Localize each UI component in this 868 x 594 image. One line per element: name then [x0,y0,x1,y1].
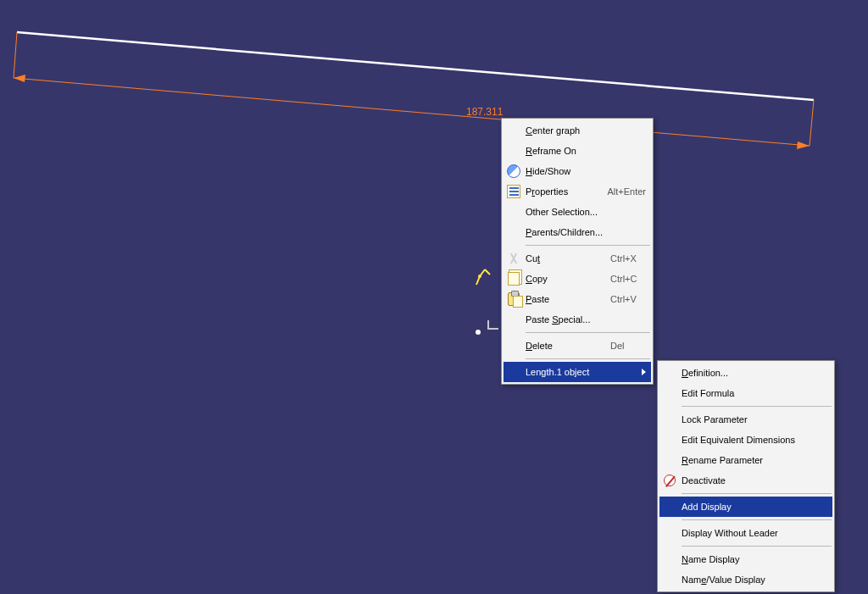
deactivate-icon [661,472,678,489]
blank-icon [505,122,522,139]
submenu-edit-formula[interactable]: Edit Formula [659,383,832,403]
svg-marker-5 [797,142,810,149]
svg-point-6 [478,275,481,278]
svg-line-2 [810,100,814,146]
menu-copy[interactable]: Copy Ctrl+C [504,269,651,289]
menu-separator [526,245,650,246]
blank-icon [661,385,678,402]
menu-hide-show[interactable]: Hide/Show [504,161,651,181]
copy-icon [505,270,522,287]
blank-icon [505,337,522,354]
blank-icon [661,551,678,568]
blank-icon [505,142,522,159]
menu-delete[interactable]: Delete Del [504,336,651,356]
menu-length-object[interactable]: Length.1 object [504,362,651,382]
menu-center-graph[interactable]: Center graph [504,120,651,141]
submenu-lock-parameter[interactable]: Lock Parameter [659,409,832,430]
menu-reframe-on[interactable]: Reframe On [504,141,651,161]
submenu-add-display[interactable]: Add Display [659,497,832,517]
svg-line-0 [17,32,814,100]
submenu-edit-equivalent-dimensions[interactable]: Edit Equivalent Dimensions [659,430,832,450]
blank-icon [505,203,522,220]
menu-separator [682,406,832,407]
blank-icon [661,525,678,541]
properties-icon [505,183,522,200]
shortcut-text: Del [595,341,646,351]
blank-icon [505,224,522,241]
submenu-name-value-display[interactable]: Name/Value Display [659,569,832,590]
blank-icon [661,411,678,428]
menu-separator [682,493,832,494]
submenu-rename-parameter[interactable]: Rename Parameter [659,450,832,470]
menu-other-selection[interactable]: Other Selection... [504,202,651,222]
blank-icon [505,364,522,380]
blank-icon [661,431,678,448]
menu-parents-children[interactable]: Parents/Children... [504,222,651,242]
shortcut-text: Ctrl+X [595,253,646,264]
submenu-name-display[interactable]: Name Display [659,549,832,569]
cut-icon [505,250,522,267]
hide-show-icon [505,163,522,180]
svg-marker-4 [14,75,25,82]
svg-point-7 [476,330,481,335]
menu-properties[interactable]: Properties Alt+Enter [504,181,651,202]
blank-icon [661,571,678,588]
menu-paste[interactable]: Paste Ctrl+V [504,289,651,309]
paste-icon [505,291,522,308]
shortcut-text: Ctrl+V [595,294,646,304]
menu-separator [526,358,650,359]
menu-paste-special[interactable]: Paste Special... [504,309,651,330]
menu-separator [682,546,832,547]
dimension-value[interactable]: 187.311 [465,106,504,118]
context-menu: Center graph Reframe On Hide/Show Proper… [501,118,654,385]
submenu-definition[interactable]: Definition... [659,363,832,383]
svg-line-3 [14,78,810,146]
blank-icon [661,452,678,469]
blank-icon [661,498,678,515]
submenu-arrow-icon [642,369,646,375]
submenu-deactivate[interactable]: Deactivate [659,470,832,491]
svg-line-1 [14,32,17,78]
blank-icon [661,364,678,381]
context-submenu: Definition... Edit Formula Lock Paramete… [657,360,835,592]
menu-separator [526,332,650,333]
shortcut-text: Ctrl+C [595,274,646,284]
shortcut-text: Alt+Enter [592,186,646,197]
menu-separator [682,519,832,520]
menu-cut[interactable]: Cut Ctrl+X [504,248,651,269]
cad-viewport[interactable]: 187.311 Center graph Reframe On Hide/Sho… [0,0,868,594]
submenu-display-without-leader[interactable]: Display Without Leader [659,523,832,543]
blank-icon [505,311,522,328]
